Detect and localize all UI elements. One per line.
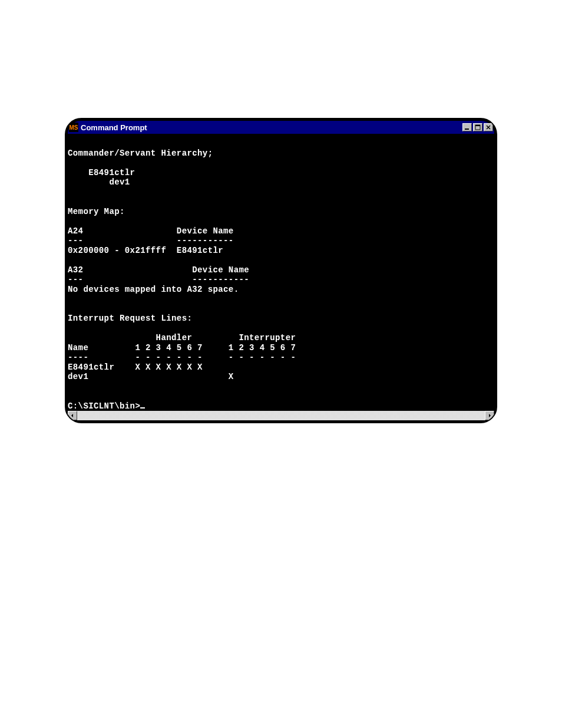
svg-rect-2 [475, 125, 480, 126]
window-title: Command Prompt [81, 123, 147, 132]
scroll-right-button[interactable] [485, 411, 494, 420]
window-controls [462, 123, 493, 131]
command-prompt-window: MS Command Prompt Commander/Servant Hier… [65, 118, 497, 423]
cursor [140, 407, 145, 409]
scroll-track[interactable] [77, 411, 485, 420]
svg-marker-5 [71, 414, 73, 417]
terminal-output[interactable]: Commander/Servant Hierarchy; E8491ctlr d… [68, 134, 494, 411]
system-menu-icon[interactable]: MS [69, 123, 78, 132]
maximize-button[interactable] [473, 123, 482, 131]
close-button[interactable] [484, 123, 493, 131]
terminal-lines: Commander/Servant Hierarchy; E8491ctlr d… [68, 149, 296, 382]
prompt: C:\SICLNT\bin> [68, 401, 140, 411]
svg-rect-0 [465, 129, 469, 130]
minimize-button[interactable] [462, 123, 472, 131]
svg-marker-6 [489, 414, 491, 417]
scroll-left-button[interactable] [68, 411, 77, 420]
horizontal-scrollbar[interactable] [68, 411, 494, 420]
titlebar[interactable]: MS Command Prompt [68, 121, 494, 134]
titlebar-left: MS Command Prompt [69, 123, 147, 132]
